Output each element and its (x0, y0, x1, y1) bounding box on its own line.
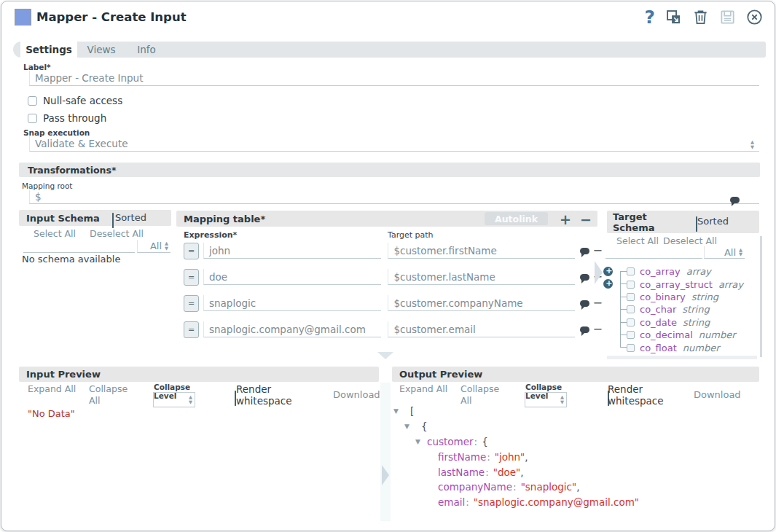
json-value: "john" (495, 451, 525, 463)
input-schema-filter-spinner-icon (165, 241, 168, 251)
tab-settings[interactable]: Settings (20, 42, 77, 58)
expand-node-icon[interactable] (603, 267, 613, 276)
json-bracket: [ (410, 405, 414, 417)
schema-node-checkbox[interactable] (627, 281, 635, 289)
collapse-target-schema-handle[interactable] (595, 261, 603, 284)
tab-views[interactable]: Views (82, 42, 121, 58)
json-line: lastName : "doe" , (388, 464, 756, 480)
caret-icon[interactable] (404, 423, 416, 430)
input-preview-collapse-level-label: Collapse Level (154, 383, 190, 400)
schema-node-type: string (691, 292, 718, 302)
target-path-input[interactable]: $customer.firstName (388, 243, 574, 259)
tab-info[interactable]: Info (128, 42, 165, 58)
target-schema-scrollbar[interactable] (760, 236, 762, 357)
mapping-row: snaplogic $customer.companyName (184, 295, 603, 311)
target-path-input[interactable]: $customer.email (388, 321, 574, 337)
remove-row-icon[interactable] (593, 297, 603, 309)
schema-node-type: array (686, 266, 711, 277)
close-icon[interactable] (746, 9, 763, 26)
schema-node[interactable]: co_char string (603, 303, 759, 316)
collapse-label-line2: Level (154, 391, 190, 400)
schema-node[interactable]: co_decimal number (603, 329, 759, 341)
output-preview-title: Output Preview (399, 369, 482, 380)
input-preview-expand-all[interactable]: Expand All (28, 383, 79, 395)
null-safe-checkbox[interactable] (28, 96, 37, 106)
duplicate-icon[interactable] (665, 9, 682, 26)
target-schema-deselect-all[interactable]: Deselect All (663, 235, 717, 246)
autolink-button[interactable]: Autolink (485, 212, 548, 225)
collapse-preview-handle[interactable] (377, 352, 393, 359)
input-preview-collapse-all[interactable]: Collapse All (89, 383, 140, 407)
schema-node-checkbox[interactable] (627, 331, 635, 339)
output-preview-json-tree: [ { customer : { (388, 404, 756, 510)
expression-input[interactable]: john (203, 243, 381, 259)
schema-node-name: co_array_struct (640, 279, 713, 290)
output-preview-expand-all[interactable]: Expand All (399, 383, 450, 395)
schema-node[interactable]: co_array_struct array (603, 278, 759, 290)
input-schema-deselect-all[interactable]: Deselect All (90, 228, 144, 239)
remove-row-icon[interactable] (593, 245, 603, 257)
expand-node-icon[interactable] (603, 279, 613, 289)
input-preview-download[interactable]: Download (333, 389, 380, 400)
caret-icon[interactable] (415, 438, 427, 445)
comment-icon[interactable] (580, 248, 589, 254)
mapping-root-input[interactable]: $ (29, 189, 759, 204)
trash-icon[interactable] (692, 9, 709, 26)
json-key: lastName (438, 466, 485, 478)
expression-input[interactable]: doe (203, 269, 381, 285)
caret-icon[interactable] (393, 407, 405, 415)
help-icon[interactable]: ? (644, 8, 655, 26)
dialog-title: Mapper - Create Input (36, 10, 187, 24)
target-path-input[interactable]: $customer.companyName (388, 295, 574, 311)
expression-toggle-button[interactable] (184, 243, 199, 259)
mapping-table-title: Mapping table* (184, 214, 265, 224)
input-schema-sorted-checkbox[interactable] (112, 213, 114, 228)
target-path-input[interactable]: $customer.lastName (388, 269, 574, 285)
comment-icon[interactable] (580, 300, 589, 307)
label-input[interactable]: Mapper - Create Input (29, 71, 759, 86)
snap-execution-spinner-icon[interactable] (750, 140, 754, 149)
schema-node[interactable]: co_float number (603, 341, 759, 353)
comment-icon[interactable] (580, 326, 589, 333)
json-comma: , (525, 451, 528, 463)
snap-execution-select[interactable]: Validate & Execute (29, 136, 759, 152)
json-line: { (388, 419, 756, 434)
json-key: firstName (438, 451, 486, 463)
remove-rows-icon[interactable]: − (580, 213, 592, 227)
target-schema-select-all[interactable]: Select All (616, 235, 659, 246)
pass-through-checkbox[interactable] (28, 114, 37, 123)
json-line: email : "snaplogic.company@gmail.com" (388, 495, 756, 510)
input-preview-title: Input Preview (26, 369, 101, 380)
expression-input[interactable]: snaplogic.company@gmail.com (203, 321, 381, 337)
pass-through-label: Pass through (43, 112, 106, 124)
target-schema-filter-all-label: All (724, 247, 736, 258)
remove-row-icon[interactable] (593, 324, 603, 335)
comment-icon[interactable] (580, 274, 589, 281)
null-safe-label: Null-safe access (43, 95, 122, 106)
save-icon[interactable] (719, 9, 736, 26)
schema-node-checkbox[interactable] (627, 305, 635, 313)
input-schema-select-all[interactable]: Select All (34, 228, 76, 239)
add-row-icon[interactable]: + (560, 213, 571, 227)
input-schema-filter-all-label: All (150, 240, 162, 251)
target-schema-filter-input[interactable] (605, 246, 702, 259)
schema-node-checkbox[interactable] (627, 344, 635, 352)
schema-node-checkbox[interactable] (627, 318, 635, 326)
schema-node-checkbox[interactable] (627, 293, 635, 301)
schema-node[interactable]: co_date string (603, 316, 759, 329)
mapping-root-comment-icon[interactable] (730, 197, 740, 203)
target-schema-filter-dropdown[interactable]: All (704, 246, 745, 259)
schema-node[interactable]: co_binary string (603, 291, 759, 303)
input-schema-filter-dropdown[interactable]: All (137, 240, 171, 253)
expression-toggle-button[interactable] (184, 269, 199, 286)
input-preview-no-data: "No Data" (28, 408, 75, 419)
output-preview-download[interactable]: Download (694, 389, 741, 400)
expression-input[interactable]: snaplogic (203, 295, 381, 311)
input-schema-filter-input[interactable] (23, 240, 135, 253)
target-schema-hscrollbar[interactable] (607, 356, 757, 359)
expression-toggle-button[interactable] (184, 295, 199, 312)
target-schema-tree: co_array array co_array_struct array co_… (603, 265, 759, 354)
schema-node-checkbox[interactable] (627, 267, 635, 275)
schema-node[interactable]: co_array array (603, 265, 759, 278)
expression-toggle-button[interactable] (184, 321, 199, 338)
